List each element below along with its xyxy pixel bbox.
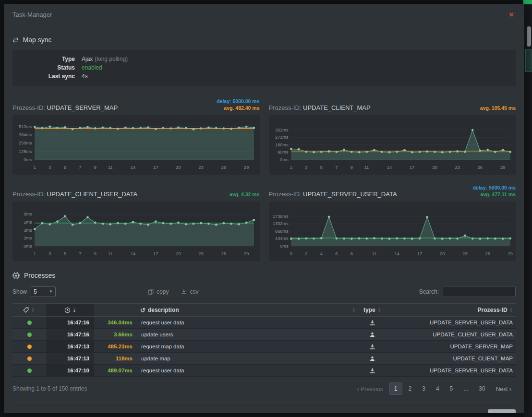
- svg-text:26: 26: [221, 251, 226, 256]
- svg-text:7: 7: [79, 251, 81, 256]
- chevron-right-icon: ›: [509, 385, 511, 393]
- copy-button[interactable]: copy: [148, 288, 169, 295]
- svg-text:29: 29: [244, 251, 249, 256]
- process-id-name: UPDATE_CLIENT_MAP: [303, 104, 371, 111]
- svg-text:2: 2: [305, 251, 307, 256]
- search-input[interactable]: [443, 286, 516, 297]
- svg-text:0ms: 0ms: [280, 157, 289, 162]
- svg-text:5: 5: [64, 165, 66, 170]
- type-cell: [357, 368, 387, 374]
- pagination-page-4[interactable]: 4: [432, 383, 444, 394]
- svg-text:17: 17: [153, 165, 158, 170]
- pagination-page-30[interactable]: 30: [474, 383, 489, 394]
- show-entries-group: Show 5 ▼: [12, 286, 56, 297]
- column-header-type[interactable]: type ▲▼: [357, 304, 387, 316]
- last-sync-label: Last sync: [12, 72, 75, 81]
- background-accent-block: [523, 0, 532, 4]
- chart-block-update-server-map: Prozess-ID: UPDATE_SERVER_MAP delay: 500…: [12, 95, 260, 175]
- update-server-user-data-chart: 1736ms1302ms868ms434ms0ms024681114172023…: [269, 202, 516, 261]
- csv-label: csv: [190, 288, 198, 295]
- svg-text:5ms: 5ms: [24, 220, 32, 225]
- time-cell: 16:47:13: [46, 353, 94, 364]
- status-dot: [27, 333, 32, 337]
- svg-text:23: 23: [462, 251, 467, 256]
- svg-text:20: 20: [176, 251, 181, 256]
- column-header-status[interactable]: ▲▼: [12, 304, 46, 316]
- pagination: ‹ Previous 1 2 3 4 5 ... 30 Next ›: [352, 382, 516, 395]
- map-sync-section-heading: ⇄ Map sync: [12, 36, 516, 44]
- person-icon: [369, 356, 375, 362]
- sort-arrows-icon: ▲▼: [510, 307, 513, 313]
- pagination-page-5[interactable]: 5: [446, 383, 458, 394]
- csv-button[interactable]: csv: [181, 288, 198, 295]
- description-cell: update users: [137, 332, 357, 337]
- pagination-ellipsis: ...: [459, 383, 472, 394]
- type-cell: [357, 320, 387, 326]
- pagination-page-1[interactable]: 1: [389, 382, 402, 395]
- svg-text:14: 14: [387, 165, 391, 170]
- chart-stats: avg. 105.45 ms: [480, 105, 516, 111]
- duration-cell: 346.04ms: [94, 320, 137, 325]
- svg-text:11: 11: [108, 251, 112, 256]
- copy-label: copy: [157, 288, 169, 295]
- column-header-time[interactable]: ▲▼: [46, 304, 94, 316]
- process-id-prefix: Prozess-ID:: [12, 104, 45, 111]
- page-scrollbar-thumb[interactable]: [527, 26, 531, 47]
- status-dot: [27, 321, 32, 325]
- column-header-duration[interactable]: [94, 304, 137, 316]
- chart-head: Prozess-ID: UPDATE_CLIENT_USER_DATA avg.…: [12, 181, 260, 198]
- svg-text:29: 29: [508, 251, 512, 256]
- close-icon[interactable]: ×: [507, 10, 516, 20]
- chart-block-update-client-user-data: Prozess-ID: UPDATE_CLIENT_USER_DATA avg.…: [12, 181, 260, 261]
- svg-text:11: 11: [364, 165, 368, 170]
- type-note: (long polling): [95, 55, 128, 63]
- avg-stat: avg. 477.11 ms: [473, 191, 516, 198]
- description-cell: update map: [137, 356, 357, 361]
- status-dot: [27, 357, 32, 361]
- svg-text:29: 29: [244, 165, 249, 170]
- column-header-description[interactable]: ↺ description ▲▼: [137, 304, 357, 316]
- description-cell: request map data: [137, 344, 357, 349]
- charts-grid: Prozess-ID: UPDATE_SERVER_MAP delay: 500…: [12, 95, 516, 261]
- show-entries-select[interactable]: 5 ▼: [31, 286, 56, 297]
- table-row: 16:47:13 485.23ms request map data UPDAT…: [12, 341, 516, 353]
- last-sync-value: 4s: [82, 72, 88, 81]
- description-cell: request user data: [137, 368, 357, 373]
- table-controls: Show 5 ▼ copy csv Search:: [12, 286, 516, 297]
- duration-cell: 489.07ms: [94, 368, 137, 373]
- chart-block-update-client-map: Prozess-ID: UPDATE_CLIENT_MAP avg. 105.4…: [269, 95, 516, 175]
- pagination-next[interactable]: Next ›: [492, 383, 516, 395]
- svg-text:23: 23: [199, 251, 204, 256]
- time-cell: 16:47:16: [46, 329, 94, 340]
- process-id-cell: UPDATE_CLIENT_USER_DATA: [387, 332, 516, 337]
- pagination-page-3[interactable]: 3: [418, 383, 430, 394]
- pagination-previous[interactable]: ‹ Previous: [352, 383, 387, 395]
- modal-title: Task-Manager: [12, 11, 52, 18]
- sort-arrows-icon: ▲▼: [73, 307, 76, 313]
- process-id-cell: UPDATE_SERVER_USER_DATA: [387, 320, 516, 325]
- process-id-cell: UPDATE_SERVER_USER_DATA: [387, 368, 516, 373]
- svg-text:4: 4: [320, 251, 322, 256]
- table-row: 16:47:13 118ms update map UPDATE_CLIENT_…: [12, 353, 516, 365]
- person-icon: [369, 332, 375, 338]
- svg-text:1736ms: 1736ms: [273, 214, 289, 218]
- process-id-cell: UPDATE_SERVER_MAP: [387, 344, 516, 349]
- svg-text:0ms: 0ms: [280, 244, 289, 249]
- close-button[interactable]: close: [488, 409, 516, 413]
- process-id-column-label: Prozess-ID: [478, 307, 508, 313]
- chart-head: Prozess-ID: UPDATE_SERVER_MAP delay: 500…: [12, 95, 260, 111]
- download-icon: [181, 289, 187, 295]
- svg-text:3: 3: [305, 165, 307, 170]
- svg-text:8: 8: [350, 251, 352, 256]
- svg-text:11: 11: [372, 251, 376, 256]
- pagination-page-2[interactable]: 2: [404, 383, 416, 394]
- column-header-process-id[interactable]: Prozess-ID ▲▼: [387, 304, 516, 316]
- chevron-down-icon: ▼: [49, 289, 53, 294]
- update-client-user-data-chart: 6ms5ms3ms2ms0ms1357911141720232629: [12, 202, 260, 261]
- chart-stats: delay: 5000.00 ms avg. 477.11 ms: [473, 184, 516, 198]
- process-id-name: UPDATE_SERVER_USER_DATA: [303, 191, 397, 198]
- processes-icon: [12, 272, 20, 279]
- copy-icon: [148, 288, 154, 295]
- table-row: 16:47:16 3.66ms update users UPDATE_CLIE…: [12, 329, 516, 341]
- chart-title: Prozess-ID: UPDATE_CLIENT_USER_DATA: [12, 191, 137, 198]
